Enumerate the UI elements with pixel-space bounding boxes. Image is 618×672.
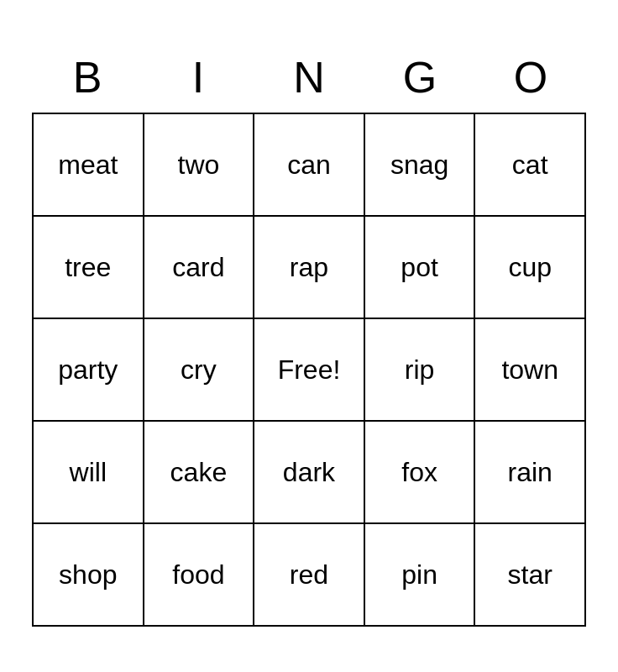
bingo-cell-3-2: dark bbox=[254, 422, 365, 522]
bingo-card: BINGO meattwocansnagcattreecardrappotcup… bbox=[15, 29, 603, 643]
bingo-cell-0-3: snag bbox=[365, 114, 476, 215]
bingo-cell-0-0: meat bbox=[34, 114, 144, 215]
bingo-cell-4-2: red bbox=[254, 524, 365, 625]
bingo-row-4: shopfoodredpinstar bbox=[34, 524, 584, 625]
header-letter-N: N bbox=[254, 45, 364, 109]
header-letter-I: I bbox=[143, 45, 254, 109]
bingo-cell-4-4: star bbox=[475, 524, 584, 625]
bingo-row-3: willcakedarkfoxrain bbox=[34, 422, 584, 524]
bingo-cell-2-4: town bbox=[475, 319, 584, 420]
bingo-grid: meattwocansnagcattreecardrappotcuppartyc… bbox=[32, 113, 586, 627]
bingo-cell-0-2: can bbox=[254, 114, 365, 215]
bingo-header: BINGO bbox=[32, 45, 586, 109]
bingo-cell-3-4: rain bbox=[475, 422, 584, 522]
bingo-cell-4-1: food bbox=[144, 524, 255, 625]
bingo-cell-4-3: pin bbox=[365, 524, 476, 625]
bingo-cell-3-0: will bbox=[34, 422, 144, 522]
bingo-row-2: partycryFree!riptown bbox=[34, 319, 584, 422]
bingo-cell-1-0: tree bbox=[34, 217, 144, 318]
bingo-cell-2-1: cry bbox=[144, 319, 255, 420]
bingo-cell-2-2: Free! bbox=[254, 319, 365, 420]
bingo-cell-1-1: card bbox=[144, 217, 255, 318]
header-letter-O: O bbox=[475, 45, 586, 109]
bingo-cell-1-4: cup bbox=[475, 217, 584, 318]
bingo-cell-0-1: two bbox=[144, 114, 255, 215]
bingo-cell-1-3: pot bbox=[365, 217, 476, 318]
bingo-cell-2-0: party bbox=[34, 319, 144, 420]
bingo-row-1: treecardrappotcup bbox=[34, 217, 584, 319]
bingo-cell-3-1: cake bbox=[144, 422, 255, 522]
bingo-cell-1-2: rap bbox=[254, 217, 365, 318]
bingo-cell-0-4: cat bbox=[475, 114, 584, 215]
bingo-row-0: meattwocansnagcat bbox=[34, 114, 584, 217]
bingo-cell-3-3: fox bbox=[365, 422, 476, 522]
bingo-cell-4-0: shop bbox=[34, 524, 144, 625]
header-letter-B: B bbox=[32, 45, 143, 109]
bingo-cell-2-3: rip bbox=[365, 319, 476, 420]
header-letter-G: G bbox=[364, 45, 475, 109]
